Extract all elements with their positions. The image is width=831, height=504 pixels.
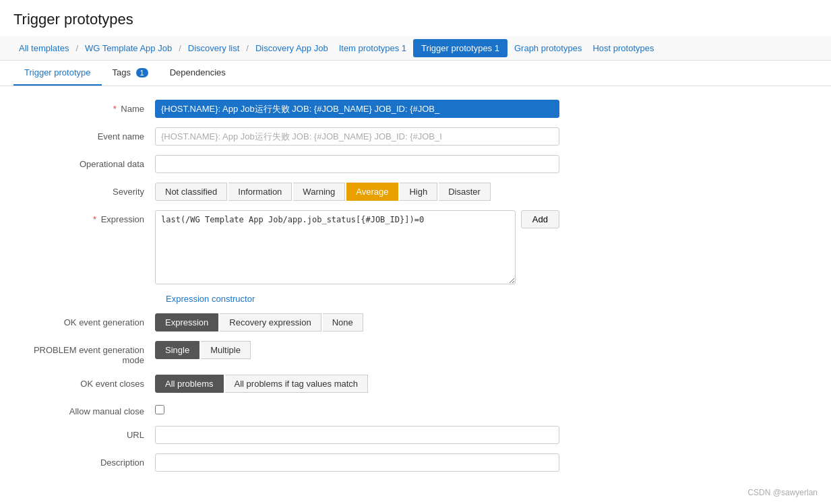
problem-event-single[interactable]: Single — [155, 341, 199, 359]
severity-information[interactable]: Information — [228, 183, 292, 201]
expression-textarea[interactable]: last(/WG Template App Job/app.job_status… — [155, 210, 516, 284]
severity-not-classified[interactable]: Not classified — [155, 183, 227, 201]
url-input[interactable] — [155, 426, 559, 444]
add-expression-button[interactable]: Add — [521, 210, 559, 228]
severity-average[interactable]: Average — [346, 183, 398, 201]
ok-closes-tag-match[interactable]: All problems if tag values match — [225, 375, 369, 393]
problem-event-mode-row: PROBLEM event generation mode Single Mul… — [20, 341, 811, 365]
watermark: CSDN @sawyerlan — [747, 488, 818, 495]
form-container: * Name Event name Operational data Sever… — [0, 86, 831, 495]
ok-event-none[interactable]: None — [323, 313, 363, 332]
ok-event-expression[interactable]: Expression — [155, 313, 218, 332]
breadcrumb-discovery-app-job[interactable]: Discovery App Job — [250, 36, 334, 60]
breadcrumb-all-templates[interactable]: All templates — [13, 36, 74, 60]
allow-manual-close-checkbox[interactable] — [155, 405, 164, 414]
severity-row: Severity Not classified Information Warn… — [20, 183, 811, 201]
severity-disaster[interactable]: Disaster — [439, 183, 491, 201]
ok-event-toggle-group: Expression Recovery expression None — [155, 313, 559, 332]
breadcrumb-item-prototypes[interactable]: Item prototypes 1 — [334, 36, 412, 60]
problem-event-multiple[interactable]: Multiple — [201, 341, 251, 359]
name-label: * Name — [20, 100, 155, 114]
tags-badge: 1 — [136, 68, 148, 77]
event-name-input[interactable] — [155, 127, 559, 146]
ok-event-generation-row: OK event generation Expression Recovery … — [20, 313, 811, 332]
tabs-bar: Trigger prototype Tags 1 Dependencies — [0, 61, 831, 86]
problem-event-label: PROBLEM event generation mode — [20, 341, 155, 365]
severity-label: Severity — [20, 183, 155, 197]
tab-trigger-prototype[interactable]: Trigger prototype — [13, 61, 102, 86]
breadcrumb-trigger-prototypes[interactable]: Trigger prototypes 1 — [413, 39, 507, 57]
operational-data-input[interactable] — [155, 155, 559, 173]
problem-event-toggle-group: Single Multiple — [155, 341, 559, 359]
url-label: URL — [20, 426, 155, 440]
url-row: URL — [20, 426, 811, 444]
event-name-row: Event name — [20, 127, 811, 146]
name-row: * Name — [20, 100, 811, 118]
ok-closes-all-problems[interactable]: All problems — [155, 375, 224, 393]
name-input[interactable] — [155, 100, 559, 118]
breadcrumb-discovery-list[interactable]: Discovery list — [183, 36, 245, 60]
ok-event-closes-toggle-group: All problems All problems if tag values … — [155, 375, 559, 393]
description-input[interactable] — [155, 453, 559, 472]
ok-event-closes-label: OK event closes — [20, 375, 155, 389]
ok-event-closes-row: OK event closes All problems All problem… — [20, 375, 811, 393]
breadcrumb-host-prototypes[interactable]: Host prototypes — [587, 36, 659, 60]
severity-group: Not classified Information Warning Avera… — [155, 183, 559, 201]
expression-constructor-link[interactable]: Expression constructor — [166, 294, 811, 304]
ok-event-recovery-expression[interactable]: Recovery expression — [220, 313, 321, 332]
ok-event-generation-label: OK event generation — [20, 313, 155, 327]
allow-manual-close-label: Allow manual close — [20, 402, 155, 416]
description-row: Description — [20, 453, 811, 472]
description-label: Description — [20, 453, 155, 468]
breadcrumb-graph-prototypes[interactable]: Graph prototypes — [509, 36, 587, 60]
expression-row: * Expression last(/WG Template App Job/a… — [20, 210, 811, 284]
severity-high[interactable]: High — [400, 183, 437, 201]
page-title: Trigger prototypes — [0, 0, 831, 36]
operational-data-label: Operational data — [20, 155, 155, 169]
breadcrumb: All templates / WG Template App Job / Di… — [0, 36, 831, 61]
operational-data-row: Operational data — [20, 155, 811, 173]
tab-tags[interactable]: Tags 1 — [102, 61, 159, 86]
event-name-label: Event name — [20, 127, 155, 141]
allow-manual-close-row: Allow manual close — [20, 402, 811, 416]
breadcrumb-wg-template[interactable]: WG Template App Job — [80, 36, 177, 60]
severity-warning[interactable]: Warning — [293, 183, 345, 201]
tab-dependencies[interactable]: Dependencies — [159, 61, 237, 86]
expression-label: * Expression — [20, 210, 155, 224]
